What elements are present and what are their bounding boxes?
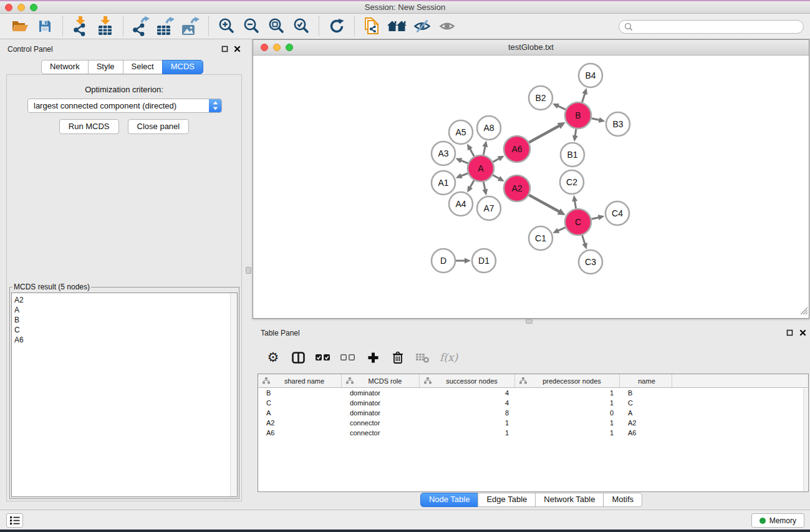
optimization-select[interactable]: largest connected component (directed)	[27, 99, 222, 113]
float-panel-icon[interactable]	[786, 329, 794, 337]
hide-panels-button[interactable]	[410, 15, 435, 37]
tab-style[interactable]: Style	[88, 60, 123, 74]
mcds-result-title: MCDS result (5 nodes)	[12, 283, 91, 291]
home-view-button[interactable]	[385, 15, 410, 37]
mcds-result-item[interactable]: A2	[14, 295, 237, 305]
edge-B-B3[interactable]	[591, 118, 599, 120]
column-header-name[interactable]: name	[620, 374, 672, 387]
edge-C-C3[interactable]	[582, 235, 585, 244]
memory-button[interactable]: Memory	[751, 513, 804, 528]
table-row[interactable]: Adominator80A	[258, 408, 808, 418]
mcds-result-item[interactable]: A	[14, 305, 237, 315]
table-cell: dominator	[342, 389, 420, 397]
export-network-button[interactable]	[128, 15, 153, 37]
import-network-button[interactable]	[68, 15, 93, 37]
edge-B-B4[interactable]	[582, 94, 585, 102]
edge-A-A8[interactable]	[483, 146, 485, 155]
minimize-view-icon[interactable]	[273, 44, 281, 51]
delete-table-button[interactable]	[415, 347, 431, 367]
tab-network[interactable]: Network	[41, 60, 89, 74]
table-settings-button[interactable]: ⚙	[265, 347, 281, 367]
edge-A-A7[interactable]	[483, 182, 485, 190]
edge-A-A1[interactable]	[461, 173, 468, 176]
select-all-button[interactable]	[315, 347, 331, 367]
network-graph-canvas[interactable]: B4B2BB3B1A5A8A6A3AA1A2C2A4A7C4CC1C3DD1	[253, 56, 809, 318]
gear-icon: ⚙	[268, 351, 279, 364]
network-window-titlebar[interactable]: testGlobe.txt	[253, 40, 809, 56]
edge-C-C1[interactable]	[558, 228, 566, 231]
export-table-button[interactable]	[153, 15, 178, 37]
task-history-button[interactable]	[6, 513, 23, 528]
run-mcds-button[interactable]: Run MCDS	[59, 119, 119, 134]
minimize-window-icon[interactable]	[17, 4, 25, 11]
search-input[interactable]	[633, 21, 803, 32]
tab-motifs[interactable]: Motifs	[603, 493, 642, 507]
zoom-out-button[interactable]	[239, 15, 264, 37]
edge-A-A3[interactable]	[461, 160, 468, 163]
edge-A-A6[interactable]	[493, 158, 499, 162]
node-label: A1	[438, 178, 448, 188]
function-icon: f(x)	[440, 351, 458, 364]
column-header-successor-nodes[interactable]: successor nodes	[420, 374, 515, 387]
resize-grip-icon[interactable]	[799, 306, 808, 317]
column-header-shared-name[interactable]: shared name	[258, 374, 342, 387]
mcds-result-item[interactable]: A6	[14, 335, 237, 345]
save-session-button[interactable]	[32, 15, 57, 37]
tab-select[interactable]: Select	[123, 60, 163, 74]
search-field[interactable]	[619, 20, 804, 34]
zoom-fit-button[interactable]	[264, 15, 289, 37]
open-file-button[interactable]	[7, 15, 32, 37]
zoom-selected-button[interactable]	[289, 15, 314, 37]
edge-A-A2[interactable]	[493, 175, 499, 179]
export-image-button[interactable]	[178, 15, 203, 37]
edge-B-B2[interactable]	[557, 106, 566, 110]
edge-A6-B[interactable]	[529, 125, 559, 142]
edge-A-A5[interactable]	[470, 148, 474, 156]
edge-C-C2[interactable]	[575, 201, 576, 209]
import-table-button[interactable]	[93, 15, 118, 37]
edge-A-A4[interactable]	[470, 180, 475, 188]
edge-arrow-icon	[599, 117, 605, 123]
mcds-result-scrollbar[interactable]	[230, 293, 237, 496]
table-cell: 1	[420, 429, 515, 437]
deselect-all-button[interactable]	[340, 347, 356, 367]
table-scrollbar[interactable]	[803, 389, 808, 492]
table-row[interactable]: Bdominator41B	[258, 388, 808, 398]
mcds-result-item[interactable]: C	[14, 325, 237, 335]
tab-mcds[interactable]: MCDS	[162, 60, 203, 74]
close-panel-button[interactable]: Close panel	[128, 119, 190, 134]
clone-network-button[interactable]	[360, 15, 385, 37]
tab-edge-table[interactable]: Edge Table	[478, 493, 536, 507]
select-stepper-icon	[209, 99, 221, 112]
edge-arrow-icon	[582, 88, 587, 95]
tab-network-table[interactable]: Network Table	[535, 493, 604, 507]
maximize-view-icon[interactable]	[286, 44, 293, 51]
maximize-window-icon[interactable]	[30, 4, 37, 11]
refresh-button[interactable]	[324, 15, 349, 37]
mcds-result-item[interactable]: B	[14, 315, 237, 325]
close-view-icon[interactable]	[261, 44, 268, 51]
table-cell: dominator	[342, 409, 420, 417]
column-header-predecessor-nodes[interactable]: predecessor nodes	[515, 374, 620, 387]
splitter-handle[interactable]	[246, 267, 251, 274]
table-row[interactable]: Cdominator41C	[258, 398, 808, 408]
table-row[interactable]: A6connector11A6	[258, 428, 808, 438]
close-window-icon[interactable]	[5, 4, 12, 11]
node-label: C1	[535, 233, 546, 243]
column-header-MCDS-role[interactable]: MCDS role	[342, 374, 420, 387]
edge-C-C4[interactable]	[591, 218, 599, 220]
close-panel-icon[interactable]	[233, 45, 241, 53]
tab-node-table[interactable]: Node Table	[420, 493, 479, 507]
add-column-button[interactable]	[365, 347, 381, 367]
float-panel-icon[interactable]	[221, 45, 229, 53]
zoom-in-button[interactable]	[214, 15, 239, 37]
table-panel: Table Panel ⚙	[253, 319, 810, 510]
function-builder-button[interactable]: f(x)	[440, 347, 458, 367]
delete-column-button[interactable]	[390, 347, 406, 367]
edge-A2-C[interactable]	[529, 195, 559, 212]
show-panels-button[interactable]	[435, 15, 460, 37]
edge-B-B1[interactable]	[575, 129, 576, 137]
close-panel-icon[interactable]	[799, 329, 807, 337]
table-row[interactable]: A2connector11A2	[258, 418, 808, 428]
column-layout-button[interactable]	[290, 347, 306, 367]
